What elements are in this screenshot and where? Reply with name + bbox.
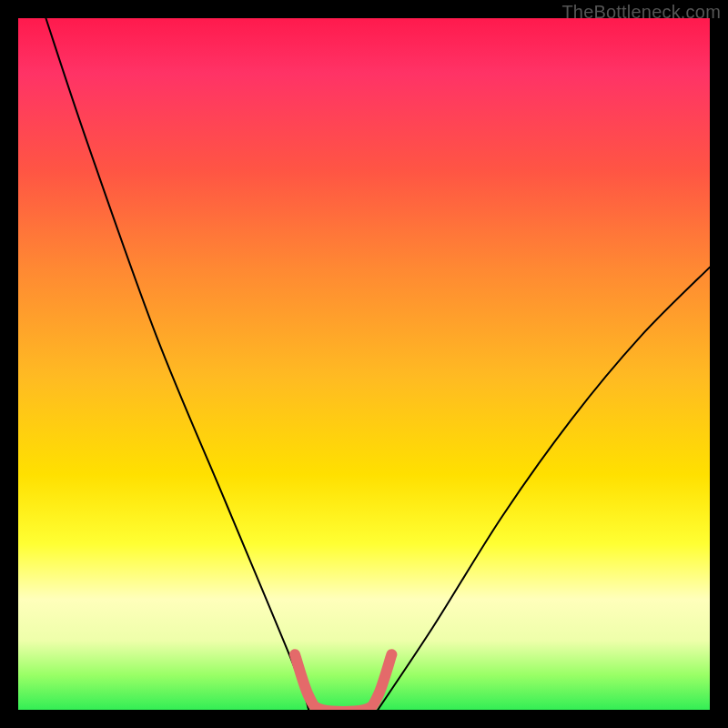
chart-frame: TheBottleneck.com: [0, 0, 728, 728]
highlight-layer: [295, 654, 391, 710]
curve-right-line: [378, 268, 710, 710]
curve-left-line: [46, 18, 308, 710]
trough-highlight-line: [295, 654, 391, 710]
curve-layer: [46, 18, 710, 710]
plot-area: [18, 18, 710, 710]
chart-svg: [18, 18, 710, 710]
